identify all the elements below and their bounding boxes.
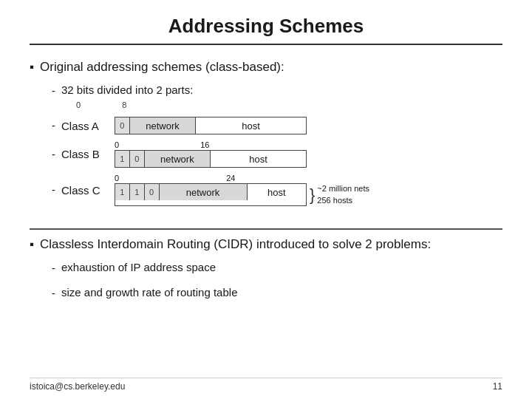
footer: istoica@cs.berkeley.edu 11 (30, 378, 502, 392)
class-c-box-row: 1 1 0 network host (115, 183, 307, 206)
class-a-label: Class A (61, 120, 115, 132)
dash-b: - (52, 146, 55, 163)
class-c-diagram: 0 24 1 1 0 network host } ~2 (115, 174, 369, 206)
dash-c: - (52, 181, 55, 199)
label-24-c: 24 (226, 174, 235, 183)
sub-bullets-1: - 32 bits divided into 2 parts: 0 8 - Cl… (52, 82, 502, 206)
dash-2a: - (52, 259, 55, 277)
cell-c-1b: 1 (130, 184, 145, 200)
sub-bullet-32bits: - 32 bits divided into 2 parts: 0 8 (52, 82, 502, 110)
brace-symbol: } (310, 187, 315, 203)
class-a-box-row: 0 network host (115, 117, 307, 134)
class-a-diagram: 0 network host (115, 117, 307, 134)
class-b-label: Class B (61, 148, 115, 160)
brace-area: } ~2 million nets256 hosts (310, 183, 369, 206)
cell-b-1: 1 (115, 151, 130, 167)
cell-c-0: 0 (145, 184, 160, 200)
cell-c-1a: 1 (115, 184, 130, 200)
sub-bullet-2a-text: exhaustion of IP address space (61, 259, 216, 276)
sub-bullet-2a: - exhaustion of IP address space (52, 259, 502, 277)
cell-c-network: network (160, 184, 248, 200)
cell-a-0: 0 (115, 117, 130, 134)
cell-b-0: 0 (130, 151, 145, 167)
class-c-row: - Class C 0 24 1 1 0 network host (52, 174, 502, 206)
dash-2b: - (52, 284, 55, 302)
bullet-1-text: Original addressing schemes (class-based… (40, 58, 284, 76)
class-b-box-row: 1 0 network host (115, 150, 307, 168)
slide: Addressing Schemes ▪ Original addressing… (0, 0, 532, 399)
class-a-row: - Class A 0 network host (52, 117, 502, 134)
section-divider (30, 228, 502, 230)
sub-bullets-2: - exhaustion of IP address space - size … (52, 259, 502, 302)
brace-text: ~2 million nets256 hosts (317, 183, 369, 206)
section-2: ▪ Classless Interdomain Routing (CIDR) i… (30, 236, 502, 310)
class-b-row: - Class B 0 16 1 0 network host (52, 140, 502, 168)
sub-bullet-2b: - size and growth rate of routing table (52, 284, 502, 302)
bullet-2-text: Classless Interdomain Routing (CIDR) int… (40, 236, 431, 253)
sub-bullet-2b-text: size and growth rate of routing table (61, 284, 237, 301)
section-1: ▪ Original addressing schemes (class-bas… (30, 58, 502, 212)
cell-a-host: host (196, 117, 306, 134)
cell-a-network: network (130, 117, 196, 134)
bullet-2: ▪ Classless Interdomain Routing (CIDR) i… (30, 236, 502, 253)
bullet-icon-1: ▪ (30, 58, 34, 76)
32bits-text: 32 bits divided into 2 parts: (61, 82, 193, 99)
cell-b-network: network (145, 151, 211, 167)
dash-a: - (52, 117, 55, 134)
bullet-1: ▪ Original addressing schemes (class-bas… (30, 58, 502, 76)
footer-page: 11 (493, 381, 502, 392)
bullet-icon-2: ▪ (30, 236, 34, 253)
dash-1: - (52, 82, 55, 100)
sub-bullet-32bits-content: 32 bits divided into 2 parts: 0 8 (61, 82, 193, 110)
cell-b-host: host (211, 151, 306, 167)
label-0-a: 0 (76, 100, 81, 109)
label-0-b: 0 (115, 140, 119, 149)
label-16-b: 16 (200, 140, 209, 149)
cell-c-host: host (248, 184, 306, 200)
label-8-a: 8 (122, 100, 126, 109)
class-c-label: Class C (61, 184, 115, 197)
bullet-2-inner: Classless Interdomain Routing (CIDR) int… (40, 237, 431, 251)
label-0-c: 0 (115, 174, 119, 183)
class-b-diagram: 0 16 1 0 network host (115, 140, 307, 168)
slide-title: Addressing Schemes (30, 15, 502, 45)
footer-email: istoica@cs.berkeley.edu (30, 381, 125, 392)
